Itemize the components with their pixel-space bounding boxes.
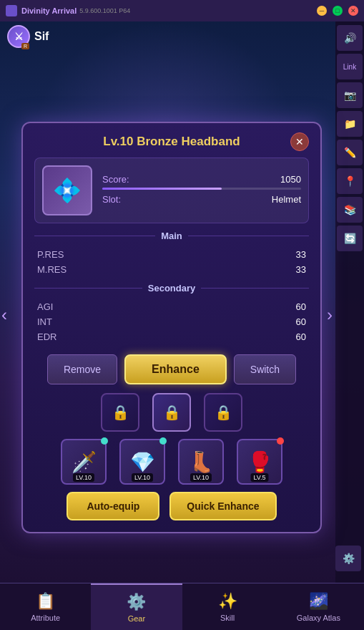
minimize-button[interactable]: ─ — [317, 6, 327, 16]
secondary-stat-value: 60 — [296, 316, 306, 327]
item-icon: 💠 — [53, 177, 82, 204]
equip-item-1: 💎 LV.10 — [117, 439, 168, 485]
sidebar-btn-layers[interactable]: 📚 — [337, 197, 363, 223]
score-bar — [102, 188, 301, 190]
secondary-stat-value: 60 — [296, 331, 306, 342]
score-label: Score: — [102, 174, 129, 185]
sidebar-btn-edit[interactable]: ✏️ — [337, 140, 363, 165]
maximize-button[interactable]: □ — [333, 6, 343, 16]
link-label: Link — [343, 63, 356, 71]
main-section-label: Main — [161, 231, 182, 241]
secondary-section-label: Secondary — [148, 283, 195, 294]
equip-icon-box[interactable]: 🥊 LV.5 — [237, 439, 282, 485]
equip-icon-box[interactable]: 🗡️ LV.10 — [61, 439, 107, 485]
right-sidebar: 🔊 Link 📷 📁 ✏️ 📍 📚 🔄 — [335, 0, 364, 630]
item-modal: Lv.10 Bronze Headband ✕ 💠 Score: 1050 Sl… — [21, 122, 322, 533]
slot-label: Slot: — [102, 194, 121, 205]
main-stats-table: P.RES 33 M.RES 33 — [34, 247, 309, 277]
equip-icon-glyph: 🗡️ — [72, 450, 97, 474]
bottom-navigation: 📋 Attribute ⚙️ Gear ✨ Skill 🌌 Galaxy Atl… — [0, 583, 364, 630]
secondary-line-left — [34, 288, 142, 289]
slot-box-1[interactable]: 🔒 — [101, 393, 139, 432]
auto-equip-button[interactable]: Auto-equip — [67, 492, 159, 520]
equip-icon-box[interactable]: 💎 LV.10 — [119, 439, 165, 485]
secondary-stat-name: AGI — [37, 301, 53, 312]
equip-indicator-teal — [101, 437, 108, 445]
equip-icon-glyph: 👢 — [189, 450, 214, 474]
nav-icon-galaxy-atlas: 🌌 — [309, 592, 328, 611]
main-section-header: Main — [34, 231, 309, 241]
rank-badge: R — [21, 43, 29, 49]
right-nav-arrow[interactable]: › — [327, 305, 333, 325]
equip-icon-glyph: 🥊 — [247, 450, 272, 474]
equip-icon-box[interactable]: 👢 LV.10 — [178, 439, 224, 485]
close-window-button[interactable]: ✕ — [348, 6, 358, 16]
equip-item-3: 🥊 LV.5 — [234, 439, 285, 485]
settings-button[interactable]: ⚙️ — [335, 546, 361, 571]
modal-close-button[interactable]: ✕ — [290, 132, 309, 151]
main-stat-row: P.RES 33 — [37, 247, 306, 262]
main-stat-name: M.RES — [37, 264, 67, 275]
equip-level: LV.5 — [250, 473, 268, 482]
score-value: 1050 — [280, 174, 301, 185]
nav-label-galaxy-atlas: Galaxy Atlas — [297, 614, 340, 622]
sidebar-btn-location[interactable]: 📍 — [337, 168, 363, 194]
secondary-stat-value: 60 — [296, 301, 306, 312]
main-stat-value: 33 — [296, 249, 306, 260]
sidebar-btn-folder[interactable]: 📁 — [337, 111, 363, 137]
bottom-action-buttons: Auto-equip Quick Enhance — [34, 492, 309, 520]
equip-icon-glyph: 💎 — [130, 450, 155, 474]
slot-value: Helmet — [272, 194, 301, 205]
slot-box-3[interactable]: 🔒 — [204, 393, 242, 432]
secondary-section-header: Secondary — [34, 283, 309, 294]
nav-icon-attribute: 📋 — [36, 592, 55, 611]
item-icon-box: 💠 — [42, 165, 92, 215]
secondary-stat-row: EDR 60 — [37, 329, 306, 344]
nav-label-gear: Gear — [128, 614, 145, 623]
nav-item-galaxy-atlas[interactable]: 🌌 Galaxy Atlas — [273, 583, 364, 630]
modal-title-bar: Lv.10 Bronze Headband ✕ — [34, 135, 309, 149]
equipment-row: 🗡️ LV.10 💎 LV.10 👢 LV.10 🥊 LV.5 — [34, 439, 309, 485]
remove-button[interactable]: Remove — [47, 354, 117, 384]
secondary-stat-row: INT 60 — [37, 314, 306, 329]
slot-box-2[interactable]: 🔒 — [152, 393, 191, 432]
left-nav-arrow[interactable]: ‹ — [1, 305, 7, 325]
item-info-row: 💠 Score: 1050 Slot: Helmet — [34, 158, 309, 223]
secondary-stat-name: INT — [37, 316, 52, 327]
window-controls: ─ □ ✕ — [317, 6, 358, 16]
nav-label-skill: Skill — [220, 614, 235, 622]
quick-enhance-button[interactable]: Quick Enhance — [169, 492, 276, 520]
equip-indicator-teal — [159, 437, 167, 445]
nav-item-gear[interactable]: ⚙️ Gear — [91, 583, 182, 630]
item-basic-stats: Score: 1050 Slot: Helmet — [102, 174, 301, 208]
sidebar-btn-link[interactable]: Link — [337, 54, 363, 79]
score-row: Score: 1050 — [102, 174, 301, 185]
sidebar-btn-capture[interactable]: 📷 — [337, 82, 363, 108]
nav-icon-skill: ✨ — [218, 592, 237, 611]
equip-level: LV.10 — [132, 473, 153, 482]
nav-item-skill[interactable]: ✨ Skill — [182, 583, 273, 630]
secondary-stat-row: AGI 60 — [37, 299, 306, 314]
switch-button[interactable]: Switch — [234, 354, 296, 384]
equip-level: LV.10 — [190, 473, 212, 482]
nav-item-attribute[interactable]: 📋 Attribute — [0, 583, 91, 630]
nav-label-attribute: Attribute — [31, 614, 60, 622]
secondary-stats-table: AGI 60 INT 60 EDR 60 — [34, 299, 309, 344]
slots-row: 🔒 🔒 🔒 — [34, 393, 309, 432]
secondary-line-right — [201, 288, 309, 289]
main-line-right — [188, 236, 309, 236]
app-title: Divinity Arrival — [21, 6, 77, 15]
equip-indicator-red — [277, 437, 284, 445]
item-title: Lv.10 Bronze Headband — [103, 135, 240, 149]
sidebar-btn-volume[interactable]: 🔊 — [337, 25, 363, 51]
nav-icon-gear: ⚙️ — [127, 593, 146, 611]
main-stat-name: P.RES — [37, 249, 64, 260]
main-line-left — [34, 236, 155, 236]
score-bar-fill — [102, 188, 222, 190]
main-stat-row: M.RES 33 — [37, 262, 306, 277]
player-area: ⚔ R Sif — [7, 25, 49, 48]
sidebar-btn-refresh[interactable]: 🔄 — [337, 226, 363, 251]
enhance-button[interactable]: Enhance — [124, 354, 227, 384]
app-icon — [6, 5, 17, 16]
app-subtitle: 5.9.600.1001 P64 — [79, 7, 130, 14]
